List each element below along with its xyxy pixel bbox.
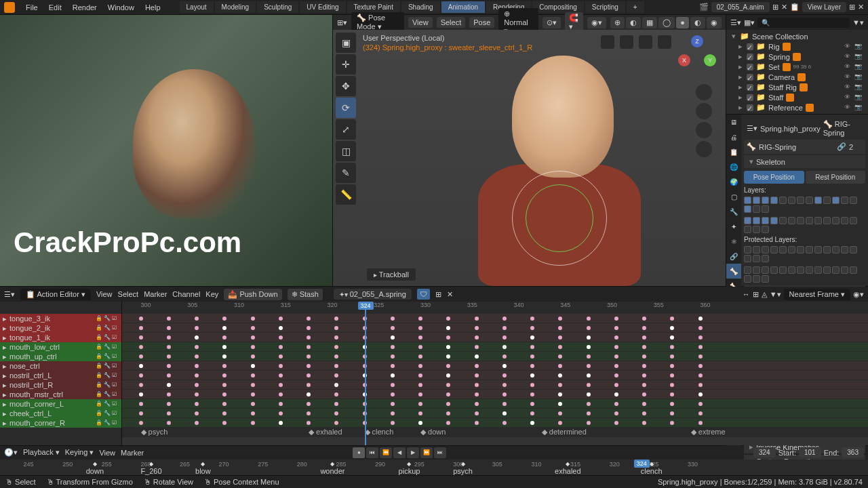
armature-name[interactable]: RIG-Spring: [759, 143, 796, 151]
ds-mode-dropdown[interactable]: 📋 Action Editor ▾: [20, 289, 91, 300]
action-new-icon[interactable]: ⊞: [435, 290, 441, 299]
keyframe[interactable]: [698, 421, 703, 425]
keyframe[interactable]: [614, 392, 618, 396]
keyframe[interactable]: [222, 326, 226, 330]
nav-zoom-icon[interactable]: [696, 84, 712, 100]
keyframe[interactable]: [558, 364, 562, 368]
keyframe[interactable]: [642, 317, 646, 321]
tab-uv[interactable]: UV Editing: [300, 1, 345, 13]
play-reverse-button[interactable]: ◀: [393, 447, 406, 458]
keyframe[interactable]: [530, 364, 534, 368]
keyframe[interactable]: [587, 402, 591, 406]
keyframe[interactable]: [139, 317, 143, 321]
ds-menu-view[interactable]: View: [96, 290, 113, 298]
keyframe[interactable]: [502, 402, 507, 406]
keyframe[interactable]: [642, 345, 646, 349]
ds-toggle2-icon[interactable]: ⊞: [753, 290, 759, 299]
ds-menu-select[interactable]: Select: [118, 290, 139, 298]
delete-layer-icon[interactable]: ✕: [858, 3, 864, 12]
outliner-type-icon[interactable]: ☰▾: [730, 18, 741, 27]
keyframe[interactable]: [475, 421, 479, 425]
tool-transform[interactable]: ◫: [336, 141, 356, 161]
keyframe[interactable]: [418, 364, 422, 368]
ds-marker[interactable]: ◆ exhaled: [309, 428, 342, 436]
menu-edit[interactable]: Edit: [43, 3, 67, 12]
keyframe[interactable]: [558, 383, 562, 387]
keyframe[interactable]: [167, 345, 171, 349]
keyframe[interactable]: [334, 383, 338, 387]
outliner-scene-collection[interactable]: ▾📁 Scene Collection: [729, 31, 865, 41]
keyframe[interactable]: [418, 421, 422, 425]
keyframe[interactable]: [587, 411, 591, 415]
track-row[interactable]: [122, 352, 868, 361]
keyframe[interactable]: [502, 421, 507, 425]
keyframe[interactable]: [587, 336, 591, 340]
vp-menu-select[interactable]: Select: [437, 17, 466, 28]
layer-cell[interactable]: [744, 266, 751, 274]
3d-viewport[interactable]: ⊞▾ 🦴 Pose Mode ▾ View Select Pose ⊕ Norm…: [332, 15, 726, 286]
keyframe[interactable]: [587, 364, 591, 368]
shading-solid-icon[interactable]: ●: [676, 17, 689, 28]
current-frame-input[interactable]: 324: [753, 447, 776, 458]
layer-cell[interactable]: [762, 197, 769, 204]
menu-help[interactable]: Help: [140, 3, 166, 12]
keyframe[interactable]: [195, 345, 199, 349]
tool-measure[interactable]: 📏: [336, 184, 356, 205]
keyframe[interactable]: [279, 336, 283, 340]
keyframe[interactable]: [418, 383, 422, 387]
keyframe[interactable]: [195, 373, 199, 378]
keyframe[interactable]: [446, 326, 450, 330]
keyframe[interactable]: [391, 317, 395, 321]
keyframe[interactable]: [475, 336, 479, 340]
keyframe[interactable]: [502, 383, 507, 387]
keyframe[interactable]: [670, 364, 674, 368]
keyframe[interactable]: [167, 373, 171, 378]
keyframe[interactable]: [167, 383, 171, 387]
track-row[interactable]: [122, 323, 868, 333]
keyframe[interactable]: [670, 373, 674, 378]
tab-scripting[interactable]: Scripting: [585, 1, 625, 13]
layer-cell[interactable]: [788, 246, 795, 253]
keyframe[interactable]: [195, 411, 199, 415]
keyframe[interactable]: [670, 354, 674, 359]
layer-cell[interactable]: [788, 197, 795, 204]
keyframe[interactable]: [698, 336, 703, 340]
keyframe[interactable]: [475, 402, 479, 406]
keyframe[interactable]: [558, 336, 562, 340]
keyframe[interactable]: [614, 364, 618, 368]
outliner-filter-icon[interactable]: ▼▾: [852, 18, 864, 27]
track-row[interactable]: [122, 409, 868, 418]
ds-toggle1-icon[interactable]: ↔: [743, 290, 750, 298]
channel-row[interactable]: ▸nostril_ctrl_L🔒🔧☑: [0, 371, 121, 380]
layer-cell[interactable]: [806, 266, 813, 274]
ds-playhead[interactable]: [365, 302, 366, 445]
keyframe[interactable]: [139, 354, 143, 359]
keyframe[interactable]: [446, 421, 450, 425]
keyframe[interactable]: [558, 421, 562, 425]
keyframe[interactable]: [334, 326, 338, 330]
keyframe[interactable]: [279, 345, 283, 349]
keyframe[interactable]: [446, 336, 450, 340]
keyframe[interactable]: [475, 392, 479, 396]
layer-cell[interactable]: [762, 275, 769, 283]
track-row[interactable]: [122, 333, 868, 342]
keyframe[interactable]: [418, 402, 422, 406]
layer-cell[interactable]: [779, 197, 787, 204]
keyframe[interactable]: [558, 402, 562, 406]
channel-row[interactable]: ▸nostril_ctrl_R🔒🔧☑: [0, 380, 121, 390]
keyframe[interactable]: [558, 392, 562, 396]
keyframe[interactable]: [139, 421, 143, 425]
new-layer-icon[interactable]: ⊞: [849, 3, 855, 12]
keyframe[interactable]: [670, 392, 674, 396]
prop-tab-physics[interactable]: ⚛: [726, 234, 741, 249]
pivot-icon[interactable]: ⊙▾: [542, 17, 561, 28]
tab-animation[interactable]: Animation: [441, 1, 485, 13]
keyframe[interactable]: [167, 411, 171, 415]
keyframe[interactable]: [614, 421, 618, 425]
rest-position-button[interactable]: Rest Position: [806, 171, 866, 184]
prop-tab-world[interactable]: 🌍: [726, 174, 741, 189]
layer-cell[interactable]: [779, 246, 787, 253]
keyframe[interactable]: [502, 326, 507, 330]
keyframe[interactable]: [139, 373, 143, 378]
tl-menu-playback[interactable]: Playback ▾: [23, 448, 60, 457]
